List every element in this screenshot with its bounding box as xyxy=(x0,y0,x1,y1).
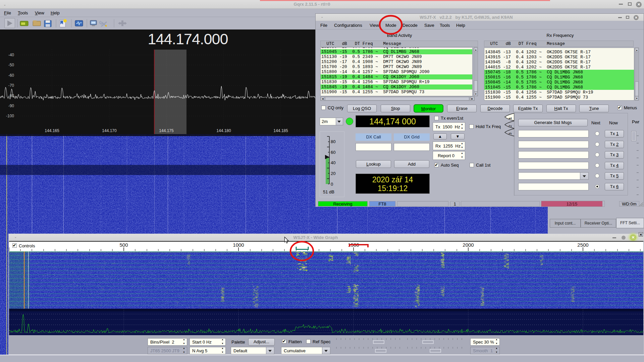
svg-text:144.180: 144.180 xyxy=(216,128,231,133)
svg-text:2000: 2000 xyxy=(463,242,474,248)
svg-text:-60: -60 xyxy=(8,73,14,78)
svg-text:144.170: 144.170 xyxy=(102,128,117,133)
svg-text:40: 40 xyxy=(331,160,335,165)
svg-text:-90: -90 xyxy=(8,104,14,108)
svg-text:80: 80 xyxy=(331,139,335,144)
svg-text:144.185: 144.185 xyxy=(273,128,288,133)
svg-text:2500: 2500 xyxy=(577,242,588,248)
svg-text:-80: -80 xyxy=(8,94,14,98)
svg-text:3: 3 xyxy=(508,133,512,135)
svg-text:144.165: 144.165 xyxy=(45,128,59,133)
svg-text:-100: -100 xyxy=(6,114,14,118)
svg-text:1: 1 xyxy=(508,117,512,119)
svg-text:60: 60 xyxy=(331,150,335,155)
svg-text:0: 0 xyxy=(331,182,333,187)
svg-text:500: 500 xyxy=(119,242,128,248)
svg-text:20: 20 xyxy=(331,171,335,176)
svg-text:-70: -70 xyxy=(8,83,14,88)
svg-text:-40: -40 xyxy=(8,53,14,57)
svg-text:51 dB: 51 dB xyxy=(323,189,334,194)
svg-text:2: 2 xyxy=(508,125,512,127)
svg-text:1000: 1000 xyxy=(233,242,244,248)
svg-text:-50: -50 xyxy=(8,63,14,67)
